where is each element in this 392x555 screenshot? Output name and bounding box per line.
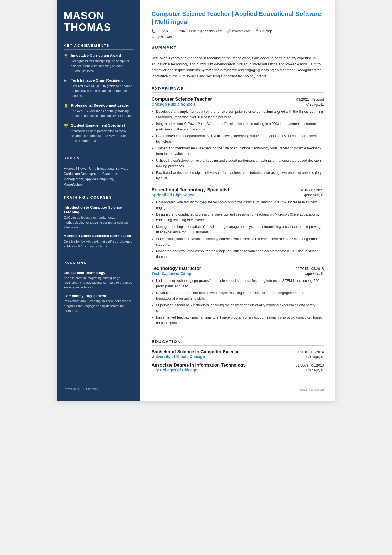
exp-header: Computer Science Teacher 08/2021 - Prese… <box>152 97 324 102</box>
achievement-item: 🏆 Student Engagement Specialist Increase… <box>64 123 134 143</box>
linkedin-icon: 🔗 <box>227 29 231 33</box>
achievement-desc: Recognized for redesigning the computer … <box>71 59 134 73</box>
extra-field-text: Extra Field <box>156 35 172 39</box>
achievements-title: KEY ACHIEVEMENTS <box>64 43 134 50</box>
achievement-icon: ⚑ <box>64 79 69 98</box>
education-entry: Associate Degree in Information Technolo… <box>152 363 324 372</box>
edu-dates: 01/2010 - 01/2014 <box>296 350 324 354</box>
email-text: help@enhancv.com <box>193 29 222 33</box>
achievement-content: Student Engagement Specialist Increased … <box>71 123 134 143</box>
phone-text: +1-(234)-555-1234 <box>157 29 185 33</box>
exp-header: Educational Technology Specialist 06/201… <box>152 187 324 193</box>
course-title: Introduction to Computer Science Teachin… <box>64 205 134 215</box>
location-text: Chicago, IL <box>260 29 277 33</box>
exp-bullets: Led summer technology programs for middl… <box>152 278 324 326</box>
course-item: Introduction to Computer Science Teachin… <box>64 205 134 230</box>
sidebar-footer: Powered by ♡ Enhancv <box>64 381 134 391</box>
training-section: TRAINING / COURSES Introduction to Compu… <box>64 195 134 253</box>
exp-job-title: Technology Instructor <box>152 266 201 271</box>
experience-entry: Technology Instructor 06/2015 - 05/2018 … <box>152 266 324 326</box>
bullet-item: Developed age-appropriate coding worksho… <box>156 290 324 301</box>
achievement-item: 🏆 Innovative Curriculum Award Recognized… <box>64 53 134 73</box>
edu-location: Chicago, IL <box>306 368 324 372</box>
exp-job-title: Educational Technology Specialist <box>152 187 229 193</box>
bullet-item: Utilized PowerSchool for record-keeping … <box>156 158 324 169</box>
edu-degree: Associate Degree in Information Technolo… <box>152 363 245 368</box>
bullet-item: Monitored and evaluated computer lab usa… <box>156 248 324 260</box>
footer-powered: Powered by <box>64 387 80 391</box>
experience-section: EXPERIENCE Computer Science Teacher 08/2… <box>152 86 324 332</box>
achievement-title: Student Engagement Specialist <box>71 123 134 128</box>
course-title: Microsoft Office Specialist Certificatio… <box>64 234 134 238</box>
courses-list: Introduction to Computer Science Teachin… <box>64 205 134 249</box>
bullet-item: Integrated Microsoft PowerPoint, Word, a… <box>156 121 324 132</box>
exp-bullets: Developed and implemented a comprehensiv… <box>152 109 324 181</box>
resume-container: MASON THOMAS KEY ACHIEVEMENTS 🏆 Innovati… <box>57 0 335 401</box>
experience-list: Computer Science Teacher 08/2021 - Prese… <box>152 97 324 326</box>
edu-header: Associate Degree in Information Technolo… <box>152 363 324 368</box>
person-name: MASON THOMAS <box>64 10 134 33</box>
achievement-title: Professional Development Leader <box>71 103 134 108</box>
bullet-item: Led summer technology programs for middl… <box>156 278 324 289</box>
contact-row: 📞 +1-(234)-555-1234 ✉ help@enhancv.com 🔗… <box>152 29 324 33</box>
achievement-item: ⚑ Tech Initiative Grant Recipient Secure… <box>64 78 134 98</box>
location-icon: 📍 <box>255 29 259 33</box>
linkedin-contact: 🔗 linkedin.com <box>227 29 251 33</box>
exp-job-title: Computer Science Teacher <box>152 97 212 102</box>
achievement-icon: 💡 <box>64 104 69 118</box>
achievement-icon: 🏆 <box>64 124 69 143</box>
edu-org: University of Illinois Chicago <box>152 354 205 359</box>
extra-field-row: ☆ Extra Field <box>152 35 324 39</box>
bullet-item: Trained and mentored new teachers on the… <box>156 145 324 157</box>
brand-name: Enhancv <box>86 387 98 391</box>
education-title: EDUCATION <box>152 339 324 346</box>
main-content: Computer Science Teacher | Applied Educa… <box>140 0 335 401</box>
bullet-item: Developed and implemented a comprehensiv… <box>156 109 324 120</box>
passion-item: Community Engagement Passionate about cr… <box>64 294 134 313</box>
exp-location: Chicago, IL <box>306 103 324 107</box>
achievement-desc: Led over 15 workshops annually, training… <box>71 109 134 119</box>
achievement-content: Tech Initiative Grant Recipient Secured … <box>71 78 134 98</box>
heart-icon: ♡ <box>81 387 85 391</box>
exp-location: Naperville, IL <box>304 272 324 276</box>
passion-desc: Passionate about creating inclusive educ… <box>64 299 134 313</box>
achievement-icon: 🏆 <box>64 54 69 73</box>
achievement-content: Professional Development Leader Led over… <box>71 103 134 118</box>
bullet-item: Successfully launched virtual technology… <box>156 236 324 247</box>
last-name: THOMAS <box>64 21 111 33</box>
passions-section: PASSIONS Educational Technology Keen int… <box>64 261 134 317</box>
experience-entry: Computer Science Teacher 08/2021 - Prese… <box>152 97 324 181</box>
bullet-item: Managed the implementation of new learni… <box>156 224 324 235</box>
bullet-item: Facilitated workshops on digital citizen… <box>156 170 324 181</box>
skills-section: SKILLS Microsoft PowerPoint, Educational… <box>64 156 134 188</box>
summary-text: With over 8 years of experience in teach… <box>152 55 324 79</box>
achievement-desc: Increased student participation in tech-… <box>71 129 134 143</box>
summary-title: SUMMARY <box>152 45 324 51</box>
exp-header: Technology Instructor 06/2015 - 05/2018 <box>152 266 324 271</box>
edu-org-row: University of Illinois Chicago Chicago, … <box>152 354 324 359</box>
bullet-item: Coordinated cross-departmental STEM init… <box>156 133 324 144</box>
exp-org-row: Springfield High School Springfield, IL <box>152 193 324 197</box>
email-contact: ✉ help@enhancv.com <box>189 29 222 33</box>
exp-dates: 06/2018 - 07/2021 <box>296 188 324 192</box>
achievements-list: 🏆 Innovative Curriculum Award Recognized… <box>64 53 134 143</box>
passion-desc: Keen interest in integrating cutting-edg… <box>64 276 134 290</box>
experience-title: EXPERIENCE <box>152 86 324 93</box>
footer-logo: ♡ Enhancv <box>81 387 98 391</box>
exp-location: Springfield, IL <box>303 193 324 197</box>
exp-org-row: Chicago Public Schools Chicago, IL <box>152 102 324 107</box>
training-title: TRAINING / COURSES <box>64 195 134 201</box>
main-footer: www.enhancv.com <box>152 383 324 391</box>
exp-org: Tech Explorers Camp <box>152 271 191 276</box>
exp-dates: 06/2015 - 05/2018 <box>296 267 324 271</box>
star-icon: ☆ <box>152 35 155 39</box>
education-section: EDUCATION Bachelor of Science in Compute… <box>152 339 324 376</box>
achievements-section: KEY ACHIEVEMENTS 🏆 Innovative Curriculum… <box>64 43 134 148</box>
edu-header: Bachelor of Science in Computer Science … <box>152 349 324 354</box>
passion-item: Educational Technology Keen interest in … <box>64 271 134 290</box>
edu-org-row: City Colleges of Chicago Chicago, IL <box>152 368 324 372</box>
experience-entry: Educational Technology Specialist 06/201… <box>152 187 324 260</box>
sidebar: MASON THOMAS KEY ACHIEVEMENTS 🏆 Innovati… <box>57 0 140 401</box>
passion-title: Educational Technology <box>64 271 134 275</box>
exp-bullets: Collaborated with faculty to integrate t… <box>152 199 324 260</box>
